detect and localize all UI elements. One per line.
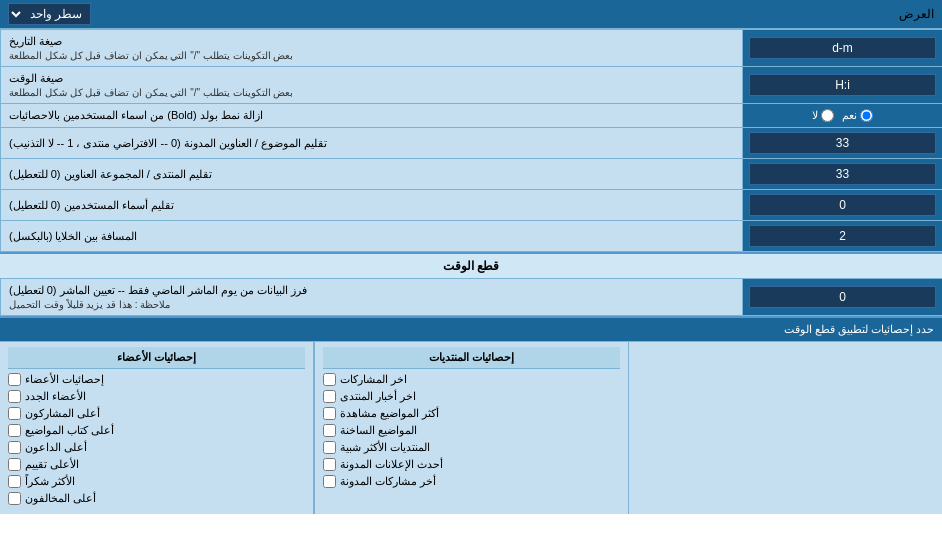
member-stats-header: إحصائيات الأعضاء xyxy=(8,347,305,369)
bold-remove-input-container: نعم لا xyxy=(742,104,942,127)
forum-checkbox-6[interactable] xyxy=(323,475,336,488)
forum-titles-label: تقليم المنتدى / المجموعة العناوين (0 للت… xyxy=(0,159,742,189)
time-format-input[interactable] xyxy=(749,74,936,96)
member-checkbox-4[interactable] xyxy=(8,441,21,454)
bold-no-radio[interactable] xyxy=(821,109,834,122)
cutoff-section-header: قطع الوقت xyxy=(0,252,942,279)
bold-remove-label: ازالة نمط بولد (Bold) من اسماء المستخدمي… xyxy=(0,104,742,127)
member-checkbox-2[interactable] xyxy=(8,407,21,420)
date-format-input[interactable] xyxy=(749,37,936,59)
checkbox-item: إحصائيات الأعضاء xyxy=(8,373,305,386)
member-checkbox-0[interactable] xyxy=(8,373,21,386)
bold-radio-group: نعم لا xyxy=(804,109,881,122)
forum-titles-input[interactable] xyxy=(749,163,936,185)
bottom-section-header: حدد إحصائيات لتطبيق قطع الوقت xyxy=(0,318,942,342)
time-format-label: صيغة الوقت بعض التكوينات يتطلب "/" التي … xyxy=(0,67,742,103)
member-checkbox-5[interactable] xyxy=(8,458,21,471)
bold-remove-row: نعم لا ازالة نمط بولد (Bold) من اسماء ال… xyxy=(0,104,942,128)
forum-titles-row: تقليم المنتدى / المجموعة العناوين (0 للت… xyxy=(0,159,942,190)
display-mode-select[interactable]: سطر واحد سطرين ثلاثة أسطر xyxy=(8,3,91,25)
date-format-input-container xyxy=(742,30,942,66)
forum-titles-input-container xyxy=(742,159,942,189)
checkbox-item: أعلى المشاركون xyxy=(8,407,305,420)
cutoff-value-label: فرز البيانات من يوم الماشر الماضي فقط --… xyxy=(0,279,742,315)
checkbox-item: أعلى كتاب المواضيع xyxy=(8,424,305,437)
time-format-row: صيغة الوقت بعض التكوينات يتطلب "/" التي … xyxy=(0,67,942,104)
topic-titles-input[interactable] xyxy=(749,132,936,154)
checkbox-item: الأكثر شكراً xyxy=(8,475,305,488)
checkbox-item: اخر المشاركات xyxy=(323,373,620,386)
forum-checkbox-1[interactable] xyxy=(323,390,336,403)
checkbox-item: أكثر المواضيع مشاهدة xyxy=(323,407,620,420)
forum-stats-header: إحصائيات المنتديات xyxy=(323,347,620,369)
main-container: العرض سطر واحد سطرين ثلاثة أسطر صيغة الت… xyxy=(0,0,942,514)
spacing-input[interactable] xyxy=(749,225,936,247)
cutoff-value-row: فرز البيانات من يوم الماشر الماضي فقط --… xyxy=(0,279,942,316)
checkbox-item: أعلى الداعون xyxy=(8,441,305,454)
member-checkbox-3[interactable] xyxy=(8,424,21,437)
forum-checkbox-2[interactable] xyxy=(323,407,336,420)
time-format-input-container xyxy=(742,67,942,103)
member-checkbox-6[interactable] xyxy=(8,475,21,488)
usernames-row: تقليم أسماء المستخدمين (0 للتعطيل) xyxy=(0,190,942,221)
forum-checkbox-5[interactable] xyxy=(323,458,336,471)
checkbox-item: المواضيع الساخنة xyxy=(323,424,620,437)
checkbox-item: الأعضاء الجدد xyxy=(8,390,305,403)
bold-no-label[interactable]: لا xyxy=(812,109,834,122)
checkbox-col-forums: إحصائيات المنتديات اخر المشاركات اخر أخب… xyxy=(314,342,628,514)
bold-yes-radio[interactable] xyxy=(860,109,873,122)
cutoff-value-input[interactable] xyxy=(749,286,936,308)
usernames-input-container xyxy=(742,190,942,220)
header-title: العرض xyxy=(899,7,934,21)
spacing-label: المسافة بين الخلايا (بالبكسل) xyxy=(0,221,742,251)
member-checkbox-7[interactable] xyxy=(8,492,21,505)
forum-checkbox-0[interactable] xyxy=(323,373,336,386)
checkbox-item: أخر مشاركات المدونة xyxy=(323,475,620,488)
checkbox-item: أحدث الإعلانات المدونة xyxy=(323,458,620,471)
forum-checkbox-4[interactable] xyxy=(323,441,336,454)
bottom-checkboxes: إحصائيات المنتديات اخر المشاركات اخر أخب… xyxy=(0,342,942,514)
topic-titles-label: تقليم الموضوع / العناوين المدونة (0 -- ا… xyxy=(0,128,742,158)
topic-titles-row: تقليم الموضوع / العناوين المدونة (0 -- ا… xyxy=(0,128,942,159)
forum-checkbox-3[interactable] xyxy=(323,424,336,437)
bottom-section: حدد إحصائيات لتطبيق قطع الوقت إحصائيات ا… xyxy=(0,316,942,514)
topic-titles-input-container xyxy=(742,128,942,158)
spacing-input-container xyxy=(742,221,942,251)
bold-yes-label[interactable]: نعم xyxy=(842,109,873,122)
usernames-label: تقليم أسماء المستخدمين (0 للتعطيل) xyxy=(0,190,742,220)
checkbox-col-empty xyxy=(628,342,942,514)
date-format-row: صيغة التاريخ بعض التكوينات يتطلب "/" الت… xyxy=(0,30,942,67)
cutoff-value-input-container xyxy=(742,279,942,315)
spacing-row: المسافة بين الخلايا (بالبكسل) xyxy=(0,221,942,252)
checkbox-item: أعلى المخالفون xyxy=(8,492,305,505)
checkbox-item: الأعلى تقييم xyxy=(8,458,305,471)
date-format-label: صيغة التاريخ بعض التكوينات يتطلب "/" الت… xyxy=(0,30,742,66)
checkbox-item: اخر أخبار المنتدى xyxy=(323,390,620,403)
checkbox-col-members: إحصائيات الأعضاء إحصائيات الأعضاء الأعضا… xyxy=(0,342,314,514)
checkbox-item: المنتديات الأكثر شبية xyxy=(323,441,620,454)
header-row: العرض سطر واحد سطرين ثلاثة أسطر xyxy=(0,0,942,30)
member-checkbox-1[interactable] xyxy=(8,390,21,403)
usernames-input[interactable] xyxy=(749,194,936,216)
